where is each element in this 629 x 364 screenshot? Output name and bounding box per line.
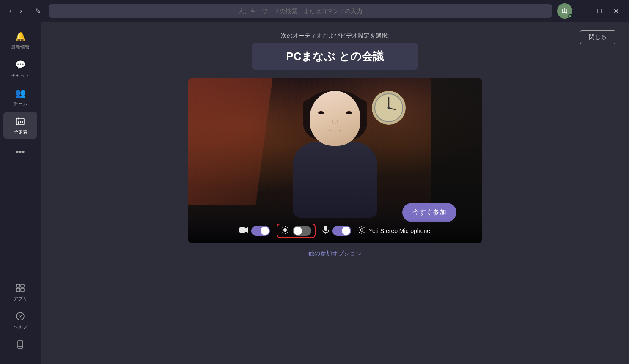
minimize-button[interactable]: ─ <box>577 5 589 16</box>
svg-rect-2 <box>18 121 19 123</box>
sidebar-item-label: 予定表 <box>14 129 27 135</box>
maximize-button[interactable]: □ <box>594 5 605 16</box>
svg-rect-11 <box>21 288 24 292</box>
close-button[interactable]: 閉じる <box>580 30 615 44</box>
help-icon: ? <box>14 310 26 322</box>
sidebar-item-teams[interactable]: 👥 チーム <box>3 84 37 110</box>
forward-button[interactable]: › <box>17 5 25 16</box>
svg-point-16 <box>20 348 21 348</box>
svg-text:?: ? <box>19 314 22 320</box>
sidebar-item-apps[interactable]: アプリ <box>3 279 37 305</box>
gear-icon[interactable] <box>358 226 365 235</box>
svg-rect-32 <box>324 226 327 231</box>
more-options-button[interactable]: ••• <box>12 144 28 160</box>
sidebar-item-label: 最新情報 <box>11 44 30 50</box>
camera-toggle-thumb <box>261 227 269 235</box>
camera-control <box>239 226 270 236</box>
video-scene: 今すぐ参加 <box>188 78 482 243</box>
search-input[interactable] <box>49 4 552 18</box>
title-bar-right: 山 ─ □ ✕ <box>557 3 622 19</box>
svg-marker-22 <box>245 227 248 233</box>
svg-point-23 <box>283 228 287 232</box>
blur-control-group <box>277 224 316 238</box>
presence-dot <box>568 14 572 18</box>
sidebar-item-notifications[interactable]: 🔔 最新情報 <box>3 27 37 54</box>
mic-toggle-thumb <box>342 227 350 235</box>
sidebar-bottom: アプリ ? ヘルプ <box>3 279 37 359</box>
svg-line-30 <box>287 227 288 228</box>
face <box>310 91 360 146</box>
svg-point-35 <box>360 229 363 231</box>
svg-line-31 <box>282 232 283 233</box>
svg-rect-21 <box>239 227 245 233</box>
mic-device-name: Yeti Stereo Microphone <box>369 227 430 234</box>
svg-rect-5 <box>18 123 19 124</box>
camera-toggle[interactable] <box>251 226 270 236</box>
edit-icon: ✎ <box>35 8 41 15</box>
nav-buttons: ‹ › <box>7 5 25 16</box>
video-preview: 今すぐ参加 <box>188 78 482 243</box>
notification-icon: 🔔 <box>14 30 26 42</box>
sidebar-item-label: チャット <box>11 72 30 79</box>
content-area: 閉じる 次のオーディオおよびビデオ設定を選択: PCまなぶ との会議 <box>41 22 629 364</box>
apps-icon <box>14 282 26 294</box>
title-bar: ‹ › ✎ 山 ─ □ ✕ <box>0 0 629 22</box>
svg-rect-3 <box>20 121 21 123</box>
sidebar-item-label: アプリ <box>14 296 27 302</box>
chat-icon: 💬 <box>14 59 26 71</box>
sidebar-item-calendar[interactable]: 予定表 <box>3 112 37 139</box>
sidebar-item-device[interactable] <box>3 335 37 354</box>
svg-line-29 <box>287 232 288 233</box>
calendar-icon <box>14 115 26 127</box>
teams-icon: 👥 <box>14 87 26 99</box>
sidebar: 🔔 最新情報 💬 チャット 👥 チーム <box>0 22 41 364</box>
meeting-title: PCまなぶ との会議 <box>286 50 383 63</box>
svg-rect-4 <box>22 121 23 123</box>
svg-line-28 <box>282 227 283 228</box>
mic-label-group: Yeti Stereo Microphone <box>358 226 430 235</box>
camera-icon <box>239 227 248 235</box>
blur-toggle[interactable] <box>293 226 311 236</box>
sidebar-item-label: チーム <box>14 101 27 107</box>
sidebar-item-help[interactable]: ? ヘルプ <box>3 307 37 334</box>
svg-rect-8 <box>16 284 20 287</box>
svg-rect-9 <box>21 284 24 287</box>
main-layout: 🔔 最新情報 💬 チャット 👥 チーム <box>0 22 629 364</box>
other-options-link[interactable]: 他の参加オプション <box>308 250 362 257</box>
blur-toggle-thumb <box>294 227 302 235</box>
sidebar-item-label: ヘルプ <box>14 324 27 330</box>
device-icon <box>14 339 26 350</box>
sidebar-item-chat[interactable]: 💬 チャット <box>3 55 37 82</box>
compose-button[interactable]: ✎ <box>32 5 44 17</box>
person-in-video <box>280 91 390 218</box>
window-close-button[interactable]: ✕ <box>610 5 622 17</box>
meeting-title-bar: PCまなぶ との会議 <box>252 43 417 70</box>
svg-rect-14 <box>18 341 23 348</box>
mic-icon <box>322 226 329 236</box>
avatar[interactable]: 山 <box>557 3 572 19</box>
blur-icon <box>281 226 289 236</box>
person-body <box>293 142 377 218</box>
subtitle-text: 次のオーディオおよびビデオ設定を選択: <box>281 32 389 40</box>
mic-control <box>322 226 351 236</box>
back-button[interactable]: ‹ <box>7 5 14 16</box>
mic-toggle[interactable] <box>332 226 351 236</box>
video-controls-bar: Yeti Stereo Microphone <box>188 219 482 243</box>
svg-rect-10 <box>16 288 20 292</box>
